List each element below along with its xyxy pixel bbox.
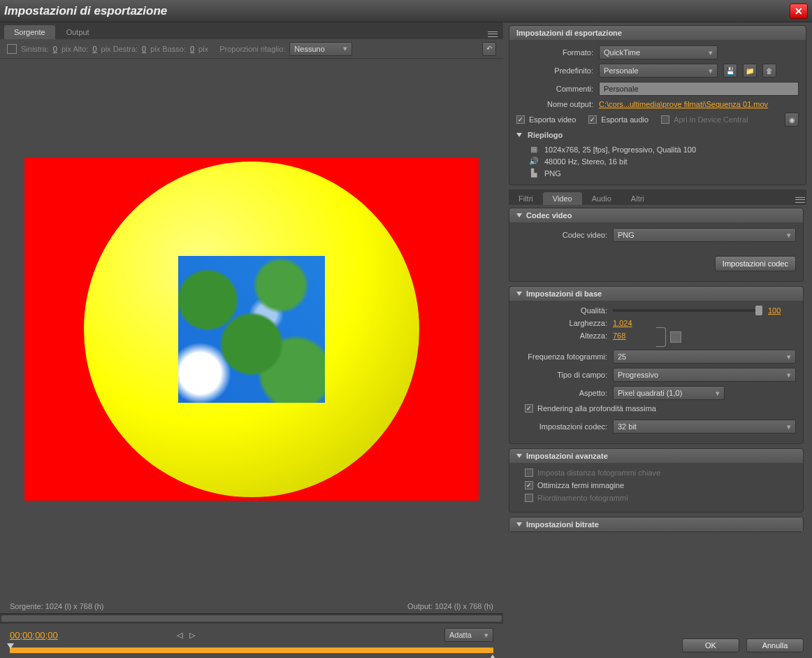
crop-bottom-value[interactable]: 0	[190, 45, 194, 53]
codec-select[interactable]: PNG	[613, 228, 796, 242]
codec-section-header[interactable]: Codec video	[509, 208, 803, 222]
advanced-section-header[interactable]: Impostazioni avanzate	[509, 449, 803, 463]
summary-codec: PNG	[544, 169, 561, 178]
fps-select[interactable]: 25	[613, 350, 796, 364]
preset-label: Predefinito:	[516, 66, 593, 75]
codec-label: Codec video:	[516, 231, 607, 239]
preview-image	[24, 158, 479, 501]
tab-others[interactable]: Altri	[621, 192, 654, 205]
tab-source[interactable]: Sorgente	[4, 25, 55, 39]
horizontal-scrollbar[interactable]	[0, 613, 503, 623]
timecode[interactable]: 00;00;00;00	[10, 630, 58, 641]
save-preset-icon[interactable]: 💾	[723, 64, 737, 78]
width-value[interactable]: 1.024	[613, 319, 641, 327]
crop-left-value[interactable]: 0	[53, 45, 57, 53]
format-label: Formato:	[516, 48, 593, 57]
optimize-label: Ottimizza fermi immagine	[537, 481, 624, 489]
max-depth-checkbox[interactable]	[525, 404, 533, 413]
width-label: Larghezza:	[516, 319, 607, 327]
quality-slider[interactable]	[613, 309, 762, 312]
preset-select[interactable]: Personale	[599, 64, 718, 78]
aspect-label: Aspetto:	[516, 389, 607, 397]
export-video-checkbox[interactable]	[516, 115, 525, 124]
output-dimensions: Output: 1024 (l) x 768 (h)	[407, 602, 493, 610]
height-value[interactable]: 768	[613, 331, 641, 340]
device-central-label: Apri in Device Central	[674, 115, 748, 124]
source-dimensions: Sorgente: 1024 (l) x 768 (h)	[10, 602, 104, 610]
codec-summary-icon: ▙	[529, 169, 539, 178]
undo-icon[interactable]: ↶	[482, 42, 496, 56]
export-audio-label: Esporta audio	[601, 115, 648, 124]
window-title: Impostazioni di esportazione	[4, 4, 790, 18]
fps-label: Frequenza fotogrammi:	[516, 352, 607, 361]
comments-input[interactable]	[599, 82, 799, 96]
keyframe-label: Imposta distanza fotogrammi chiave	[537, 469, 660, 477]
close-button[interactable]: ✕	[790, 3, 808, 19]
optimize-checkbox[interactable]	[525, 481, 533, 489]
output-path-link[interactable]: C:\cors...ultimedia\prove filmati\Sequen…	[599, 100, 768, 108]
height-label: Altezza:	[516, 331, 607, 340]
constrain-checkbox[interactable]	[670, 331, 681, 343]
codec-settings-button[interactable]: Impostazioni codec	[715, 256, 796, 271]
tab-video[interactable]: Video	[543, 192, 582, 205]
delete-preset-icon[interactable]: 🗑	[762, 64, 776, 78]
export-audio-checkbox[interactable]	[588, 115, 597, 124]
crop-top-label: pix Alto:	[61, 45, 89, 53]
crop-right-value[interactable]: 0	[142, 45, 146, 53]
quality-label: Qualità:	[516, 306, 607, 315]
reorder-label: Riordinamento fotogrammi	[537, 494, 628, 502]
summary-video: 1024x768, 25 [fps], Progressivo, Qualità…	[544, 145, 696, 154]
summary-audio: 48000 Hz, Stereo, 16 bit	[544, 157, 628, 166]
crop-icon[interactable]	[7, 44, 17, 54]
ok-button[interactable]: OK	[682, 638, 739, 652]
import-preset-icon[interactable]: 📁	[743, 64, 757, 78]
crop-ratio-select[interactable]: Nessuno	[289, 42, 352, 56]
video-summary-icon: ▦	[529, 145, 539, 154]
comments-label: Commenti:	[516, 85, 593, 93]
link-dimensions-icon	[656, 327, 666, 347]
max-depth-label: Rendering alla profondità massima	[537, 404, 656, 413]
output-name-label: Nome output:	[516, 100, 593, 108]
export-settings-header: Impostazioni di esportazione	[509, 26, 806, 40]
codec-depth-select[interactable]: 32 bit	[613, 420, 796, 434]
crop-top-value[interactable]: 0	[92, 45, 96, 53]
summary-label: Riepilogo	[528, 131, 563, 139]
keyframe-checkbox	[525, 469, 533, 477]
summary-chevron-icon[interactable]	[516, 133, 522, 137]
bitrate-section-header[interactable]: Impostazioni bitrate	[509, 517, 803, 531]
basic-section-header[interactable]: Impostazioni di base	[509, 287, 803, 301]
field-label: Tipo di campo:	[516, 371, 607, 379]
zoom-fit-select[interactable]: Adatta	[444, 628, 493, 642]
codec-settings-label: Impostazioni codec:	[516, 422, 607, 431]
crop-bottom-label: pix Basso:	[150, 45, 186, 53]
crop-right-label: pix Destra:	[101, 45, 138, 53]
cancel-button[interactable]: Annulla	[746, 638, 804, 652]
device-central-checkbox	[661, 115, 669, 124]
crop-left-label: Sinistra:	[21, 45, 49, 53]
panel-menu-icon[interactable]	[486, 29, 499, 39]
crop-ratio-label: Proporzioni ritaglio:	[219, 45, 285, 53]
aspect-select[interactable]: Pixel quadrati (1,0)	[613, 386, 725, 400]
field-select[interactable]: Progressivo	[613, 368, 796, 382]
quality-value[interactable]: 100	[768, 306, 796, 315]
tab-output[interactable]: Output	[57, 25, 99, 39]
audio-summary-icon: 🔊	[529, 157, 539, 166]
reorder-checkbox	[525, 494, 533, 502]
tab-filters[interactable]: Filtri	[509, 192, 543, 205]
in-point-icon[interactable]: ◁	[177, 631, 187, 639]
export-video-label: Esporta video	[529, 115, 576, 124]
format-select[interactable]: QuickTime	[599, 45, 718, 59]
out-point-icon[interactable]: ▷	[189, 631, 199, 639]
timeline-slider[interactable]	[10, 648, 493, 653]
subtab-menu-icon[interactable]	[794, 195, 806, 205]
device-central-icon[interactable]: ◉	[785, 113, 799, 127]
tab-audio[interactable]: Audio	[582, 192, 621, 205]
crop-px-label: pix	[198, 45, 208, 53]
